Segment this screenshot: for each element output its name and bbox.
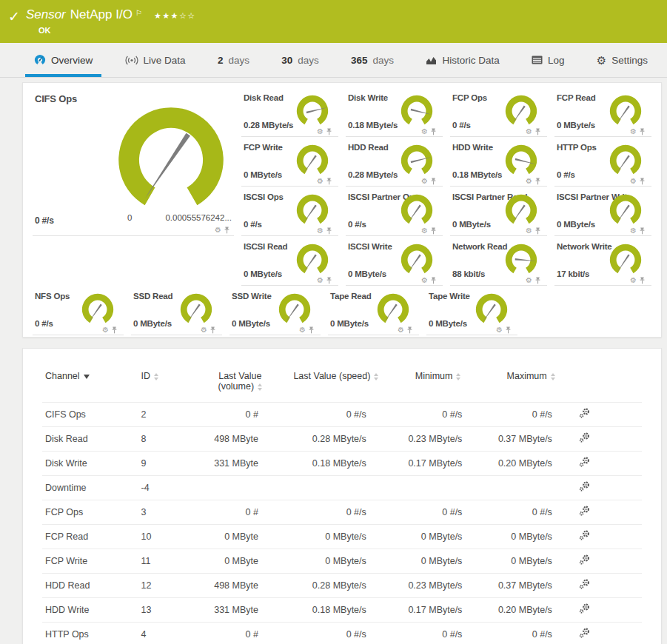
tab-overview[interactable]: Overview xyxy=(25,43,101,77)
column-header-last-value-volume-[interactable]: Last Value (volume) xyxy=(198,368,282,403)
table-row-fcp-write[interactable]: FCP Write110 MByte0 MByte/s0 MByte/s0 MB… xyxy=(42,549,642,574)
gear-icon[interactable]: ⚙ xyxy=(630,227,637,235)
gauge-tile-fcp-ops[interactable]: FCP Ops0 #/s⚙ xyxy=(450,87,547,137)
gear-icon[interactable]: ⚙ xyxy=(299,326,306,334)
column-header-maximum[interactable]: Maximum xyxy=(486,368,576,403)
column-header-id[interactable]: ID xyxy=(138,368,198,403)
pin-icon[interactable] xyxy=(326,178,332,185)
flag-icon[interactable]: ⚐ xyxy=(135,5,142,21)
table-row-fcp-read[interactable]: FCP Read100 MByte0 MByte/s0 MByte/s0 MBy… xyxy=(42,525,642,549)
channel-settings-icon[interactable] xyxy=(579,432,590,443)
pin-icon[interactable] xyxy=(309,326,314,334)
gear-icon[interactable]: ⚙ xyxy=(317,128,324,135)
gear-icon[interactable]: ⚙ xyxy=(421,277,428,284)
gear-icon[interactable]: ⚙ xyxy=(526,227,532,235)
table-row-hdd-write[interactable]: HDD Write13331 MByte0.18 MByte/s0.17 MBy… xyxy=(42,598,642,623)
channel-settings-icon[interactable] xyxy=(579,628,590,639)
pin-icon[interactable] xyxy=(535,277,540,284)
gauge-tile-network-read[interactable]: Network Read88 kbit/s⚙ xyxy=(450,236,547,286)
gauge-tile-http-ops[interactable]: HTTP Ops0 #/s⚙ xyxy=(554,137,651,187)
pin-icon[interactable] xyxy=(431,227,436,235)
gauge-tile-iscsi-partner-read[interactable]: ISCSI Partner Read0 MByte/s⚙ xyxy=(450,187,547,236)
gear-icon[interactable]: ⚙ xyxy=(398,326,404,334)
table-row-http-ops[interactable]: HTTP Ops40 #0 #/s0 #/s0 #/s xyxy=(42,623,642,644)
column-header-minimum[interactable]: Minimum xyxy=(390,368,486,403)
gauge-tile-nfs-ops[interactable]: NFS Ops0 #/s⚙ xyxy=(33,286,124,335)
gear-icon[interactable]: ⚙ xyxy=(526,277,532,284)
gauge-tile-ssd-write[interactable]: SSD Write0 MByte/s⚙ xyxy=(229,286,321,335)
gauge-tile-iscsi-write[interactable]: ISCSI Write0 MByte/s⚙ xyxy=(346,236,443,286)
gear-icon[interactable]: ⚙ xyxy=(630,178,637,185)
gear-icon[interactable]: ⚙ xyxy=(421,178,428,185)
tab-365-days[interactable]: 365days xyxy=(342,43,403,77)
column-header-last-value-speed-[interactable]: Last Value (speed) xyxy=(282,368,390,403)
tab-30-days[interactable]: 30days xyxy=(272,43,328,77)
pin-icon[interactable] xyxy=(326,128,332,135)
priority-stars[interactable]: ★★★☆☆ xyxy=(154,7,196,24)
gear-icon[interactable]: ⚙ xyxy=(201,326,207,334)
gear-icon[interactable]: ⚙ xyxy=(526,178,532,185)
pin-icon[interactable] xyxy=(535,128,540,135)
tab-log[interactable]: Log xyxy=(523,43,574,77)
gauge-tile-tape-write[interactable]: Tape Write0 MByte/s⚙ xyxy=(426,286,517,335)
pin-icon[interactable] xyxy=(210,326,215,334)
channel-settings-icon[interactable] xyxy=(579,579,590,590)
table-row-cifs-ops[interactable]: CIFS Ops20 #0 #/s0 #/s0 #/s xyxy=(42,403,642,427)
gear-icon[interactable]: ⚙ xyxy=(526,128,532,135)
pin-icon[interactable] xyxy=(640,128,645,135)
pin-icon[interactable] xyxy=(640,178,645,185)
gauge-tile-iscsi-read[interactable]: ISCSI Read0 MByte/s⚙ xyxy=(241,236,338,286)
pin-icon[interactable] xyxy=(431,178,436,185)
channel-settings-icon[interactable] xyxy=(579,530,590,541)
gauge-tile-network-write[interactable]: Network Write17 kbit/s⚙ xyxy=(554,236,651,286)
pin-icon[interactable] xyxy=(506,326,511,334)
gear-icon[interactable]: ⚙ xyxy=(496,326,503,334)
tab-historic-data[interactable]: Historic Data xyxy=(417,43,508,77)
pin-icon[interactable] xyxy=(640,227,645,235)
gauge-tile-disk-write[interactable]: Disk Write0.18 MByte/s⚙ xyxy=(346,87,443,137)
pin-icon[interactable] xyxy=(535,178,540,185)
table-row-fcp-ops[interactable]: FCP Ops30 #0 #/s0 #/s0 #/s xyxy=(42,500,642,525)
pin-icon[interactable] xyxy=(407,326,412,334)
channel-settings-icon[interactable] xyxy=(579,481,590,492)
column-header-channel[interactable]: Channel xyxy=(42,368,138,403)
channel-settings-icon[interactable] xyxy=(579,408,590,419)
tab-live-data[interactable]: Live Data xyxy=(116,43,195,77)
pin-icon[interactable] xyxy=(112,326,117,334)
gear-icon[interactable]: ⚙ xyxy=(317,178,324,185)
gauge-tile-fcp-read[interactable]: FCP Read0 MByte/s⚙ xyxy=(554,87,651,137)
gauge-tile-cifs-ops[interactable]: CIFS Ops 0 #/s 0 0.00055576242... ⚙ xyxy=(33,87,234,236)
gear-icon[interactable]: ⚙ xyxy=(215,227,221,234)
table-row-hdd-read[interactable]: HDD Read12498 MByte0.28 MByte/s0.23 MByt… xyxy=(42,574,642,598)
gear-icon[interactable]: ⚙ xyxy=(102,326,109,334)
gauge-tile-iscsi-ops[interactable]: ISCSI Ops0 #/s⚙ xyxy=(241,187,338,236)
gauge-tile-hdd-write[interactable]: HDD Write0.18 MByte/s⚙ xyxy=(450,137,547,187)
gauge-tile-tape-read[interactable]: Tape Read0 MByte/s⚙ xyxy=(328,286,419,335)
gauge-tile-iscsi-partner-ops[interactable]: ISCSI Partner Ops0 #/s⚙ xyxy=(346,187,443,236)
gear-icon[interactable]: ⚙ xyxy=(317,227,324,235)
pin-icon[interactable] xyxy=(431,277,436,284)
gauge-tile-ssd-read[interactable]: SSD Read0 MByte/s⚙ xyxy=(131,286,222,335)
channel-settings-icon[interactable] xyxy=(579,603,590,614)
table-row-disk-read[interactable]: Disk Read8498 MByte0.28 MByte/s0.23 MByt… xyxy=(42,427,642,452)
pin-icon[interactable] xyxy=(535,227,540,235)
gauge-tile-hdd-read[interactable]: HDD Read0.28 MByte/s⚙ xyxy=(346,137,443,187)
gear-icon[interactable]: ⚙ xyxy=(317,277,324,284)
gauge-tile-disk-read[interactable]: Disk Read0.28 MByte/s⚙ xyxy=(241,87,338,137)
pin-icon[interactable] xyxy=(640,277,645,284)
tab-2-days[interactable]: 2days xyxy=(209,43,258,77)
pin-icon[interactable] xyxy=(431,128,436,135)
channel-settings-icon[interactable] xyxy=(579,554,590,566)
pin-icon[interactable] xyxy=(326,277,332,284)
gear-icon[interactable]: ⚙ xyxy=(630,277,637,284)
gauge-tile-fcp-write[interactable]: FCP Write0 MByte/s⚙ xyxy=(241,137,338,187)
gear-icon[interactable]: ⚙ xyxy=(630,128,637,135)
pin-icon[interactable] xyxy=(224,227,229,234)
pin-icon[interactable] xyxy=(326,227,332,235)
table-row-downtime[interactable]: Downtime-4 xyxy=(42,476,642,500)
gauge-tile-iscsi-partner-write[interactable]: ISCSI Partner Write0 MByte/s⚙ xyxy=(554,187,651,236)
tab-settings[interactable]: ⚙Settings xyxy=(588,43,657,77)
channel-settings-icon[interactable] xyxy=(579,457,590,468)
gear-icon[interactable]: ⚙ xyxy=(421,128,428,135)
gear-icon[interactable]: ⚙ xyxy=(421,227,428,235)
